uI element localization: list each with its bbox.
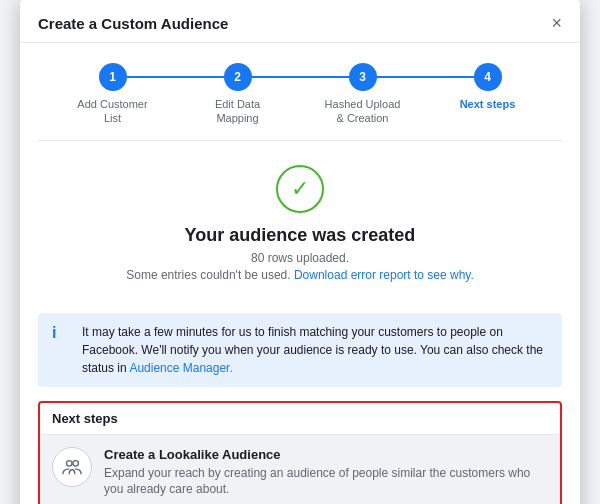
- step-2-circle: 2: [224, 63, 252, 91]
- modal-title: Create a Custom Audience: [38, 15, 228, 32]
- modal-header: Create a Custom Audience ×: [20, 0, 580, 43]
- audience-manager-link[interactable]: Audience Manager.: [129, 361, 232, 375]
- action-lookalike[interactable]: Create a Lookalike Audience Expand your …: [40, 435, 560, 504]
- rows-uploaded: 80 rows uploaded.: [38, 251, 562, 265]
- step-4-circle: 4: [474, 63, 502, 91]
- lookalike-icon: [52, 447, 92, 487]
- step-4: 4 Next steps: [425, 63, 550, 111]
- step-2-label: Edit Data Mapping: [198, 97, 278, 126]
- success-content: ✓ Your audience was created 80 rows uplo…: [20, 141, 580, 299]
- modal: Create a Custom Audience × 1 Add Custome…: [20, 0, 580, 504]
- error-report-link[interactable]: Download error report to see why.: [294, 268, 474, 282]
- stepper: 1 Add Customer List 2 Edit Data Mapping …: [20, 43, 580, 140]
- step-3: 3 Hashed Upload & Creation: [300, 63, 425, 126]
- success-icon: ✓: [276, 165, 324, 213]
- step-1: 1 Add Customer List: [50, 63, 175, 126]
- step-3-label: Hashed Upload & Creation: [323, 97, 403, 126]
- step-2: 2 Edit Data Mapping: [175, 63, 300, 126]
- lookalike-desc: Expand your reach by creating an audienc…: [104, 465, 548, 499]
- step-1-label: Add Customer List: [73, 97, 153, 126]
- lookalike-title: Create a Lookalike Audience: [104, 447, 548, 462]
- svg-point-0: [67, 460, 73, 466]
- info-text: It may take a few minutes for us to fini…: [82, 323, 548, 377]
- step-4-label: Next steps: [460, 97, 516, 111]
- success-title: Your audience was created: [38, 225, 562, 246]
- next-steps-header: Next steps: [40, 403, 560, 435]
- info-box: i It may take a few minutes for us to fi…: [38, 313, 562, 387]
- next-steps-section: Next steps Create a Lookalike Audience E…: [38, 401, 562, 504]
- step-3-circle: 3: [349, 63, 377, 91]
- lookalike-content: Create a Lookalike Audience Expand your …: [104, 447, 548, 499]
- svg-point-1: [73, 460, 79, 466]
- close-button[interactable]: ×: [551, 14, 562, 32]
- info-icon: i: [52, 324, 72, 342]
- step-1-circle: 1: [99, 63, 127, 91]
- error-message: Some entries couldn't be used. Download …: [38, 268, 562, 282]
